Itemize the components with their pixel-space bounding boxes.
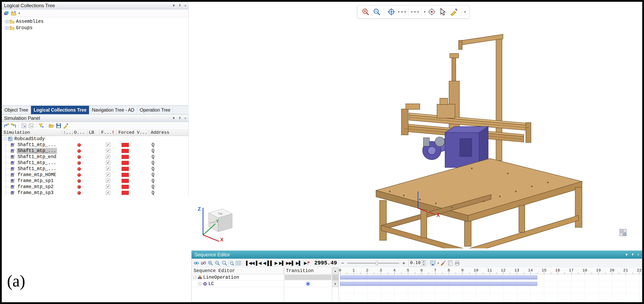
close-icon[interactable]: × (637, 253, 639, 257)
edit-signals-icon[interactable] (440, 260, 446, 266)
link-operations-icon[interactable] (194, 260, 199, 266)
forced-value-indicator[interactable] (122, 185, 129, 189)
study-name[interactable]: RobcadStudy (14, 136, 46, 142)
simulation-row[interactable]: Shaft1_mtp_...✓Q (2, 166, 188, 172)
transition-cell[interactable] (284, 274, 332, 281)
play-to-marker-button[interactable]: ▶ (303, 260, 311, 266)
print-icon[interactable] (454, 260, 460, 266)
expand-icon[interactable]: - (198, 282, 202, 285)
chevron-down-icon[interactable]: ▾ (438, 261, 439, 265)
force-checkbox[interactable]: ✓ (106, 167, 110, 171)
simulation-row[interactable]: frame_mtp_sp3✓Q (2, 190, 188, 196)
tree-node-box[interactable] (6, 20, 8, 23)
simulation-row[interactable]: Shaft1_mtp_end✓Q (2, 154, 188, 160)
sequence-name-column-header[interactable]: Sequence Editor (192, 268, 284, 274)
new-collection-icon[interactable] (4, 10, 9, 16)
forced-value-indicator[interactable] (122, 149, 129, 153)
spin-up-icon[interactable]: ▲ (422, 260, 426, 263)
expand-icon[interactable]: - (193, 276, 196, 279)
operation-name[interactable]: frame_mtp_HOME (17, 172, 57, 178)
force-checkbox[interactable]: ✓ (106, 155, 110, 159)
panel-menu-icon[interactable]: ▼ (625, 253, 628, 257)
view-cube-top-label[interactable]: Top (218, 212, 222, 215)
forced-value-indicator[interactable] (122, 143, 129, 147)
col-simulation[interactable]: Simulation (4, 130, 30, 136)
zoom-icon[interactable] (222, 260, 227, 266)
force-checkbox[interactable]: ✓ (106, 149, 110, 153)
fast-forward-button[interactable]: ▶▶▌ (286, 260, 295, 266)
zoom-in-icon[interactable] (208, 260, 213, 266)
force-checkbox[interactable]: ✓ (106, 191, 110, 195)
spin-down-icon[interactable]: ▼ (422, 263, 426, 266)
expand-icon[interactable]: - (4, 137, 6, 140)
tree-item-groups[interactable]: Groups (2, 25, 188, 31)
forced-value-indicator[interactable] (122, 167, 129, 171)
col-outputs[interactable]: O... (74, 130, 84, 136)
close-icon[interactable]: × (184, 3, 186, 8)
scroll-up-icon[interactable]: ▲ (332, 268, 338, 274)
view-cube[interactable]: Top Front Z Y X (196, 201, 236, 242)
operation-name[interactable]: Shaft1_mtp_... (17, 148, 57, 154)
detach-signal-icon[interactable] (11, 123, 16, 129)
play-backward-button[interactable]: ▌◀ (255, 260, 262, 266)
simulation-row[interactable]: Shaft1_mtp_...✓Q (2, 160, 188, 166)
panel-menu-icon[interactable]: ▼ (172, 116, 176, 120)
play-button[interactable]: ▶ (274, 260, 278, 266)
open-icon[interactable] (48, 123, 54, 129)
export-icon[interactable] (448, 260, 453, 266)
force-checkbox[interactable]: ✓ (106, 185, 110, 189)
tree-node-box[interactable] (6, 26, 8, 29)
slider-thumb[interactable] (376, 261, 378, 265)
interval-value[interactable]: 0.10 (409, 260, 422, 266)
timeline-ruler[interactable]: 012345678910111213141516171819202122 (338, 268, 642, 274)
viewport-settings-icon[interactable] (619, 229, 627, 237)
gantt-bar[interactable] (340, 276, 537, 280)
tab-object-tree[interactable]: Object Tree (2, 106, 31, 114)
sequence-row[interactable]: -LineOperation (192, 274, 338, 281)
zoom-decrease-button[interactable]: − (341, 261, 344, 266)
tab-navigation-tree-ad[interactable]: Navigation Tree - AD (89, 106, 137, 114)
operation-name[interactable]: Shaft1_mtp_... (17, 142, 57, 148)
operation-name[interactable]: Shaft1_mtp_... (17, 160, 57, 166)
col-lb[interactable]: LB (89, 130, 94, 136)
col-forced-value[interactable]: Forced V... (118, 130, 148, 136)
attach-signal-icon[interactable] (4, 123, 9, 129)
close-icon[interactable]: × (184, 116, 186, 120)
zoom-out-icon[interactable] (214, 260, 220, 266)
simulation-row[interactable]: frame_mtp_HOME✓Q (2, 172, 188, 178)
sequence-row-name-cell[interactable]: -LC (192, 281, 284, 287)
operation-name[interactable]: frame_mtp_sp1 (17, 178, 54, 184)
simulation-row[interactable]: frame_mtp_sp2✓Q (2, 184, 188, 190)
go-start-button[interactable]: ▌◀◀ (246, 260, 255, 266)
simulation-root-row[interactable]: -RobcadStudy (2, 136, 188, 142)
operation-name[interactable]: Shaft1_mtp_... (17, 166, 57, 172)
tab-logical-collections-tree[interactable]: Logical Collections Tree (31, 106, 90, 114)
force-checkbox[interactable]: ✓ (106, 179, 110, 183)
chevron-down-icon[interactable]: ▾ (18, 11, 20, 15)
operation-name[interactable]: frame_mtp_sp2 (17, 184, 54, 190)
sequence-row[interactable]: -LC (192, 281, 338, 287)
operation-name[interactable]: Shaft1_mtp_end (17, 154, 57, 160)
transition-cell[interactable] (284, 281, 332, 287)
edit-icon[interactable] (63, 123, 68, 129)
step-forward-button[interactable]: ▶▌ (278, 260, 285, 266)
sequence-row-label[interactable]: LC (208, 281, 214, 287)
expand-all-icon[interactable] (21, 123, 26, 129)
forced-value-indicator[interactable] (122, 179, 129, 183)
forced-value-indicator[interactable] (122, 155, 129, 159)
transition-asterisk-icon[interactable] (306, 282, 310, 286)
save-icon[interactable] (56, 123, 62, 129)
forced-value-indicator[interactable] (122, 191, 129, 195)
pin-icon[interactable] (178, 116, 182, 120)
zoom-window-icon[interactable] (228, 260, 234, 266)
zoom-increase-button[interactable]: + (402, 261, 405, 266)
go-end-button[interactable]: ▶▌ (295, 260, 302, 266)
force-checkbox[interactable]: ✓ (106, 173, 110, 177)
forced-value-indicator[interactable] (122, 161, 129, 165)
interval-spinner[interactable]: 0.10 ▲▼ (408, 260, 426, 266)
pin-icon[interactable] (178, 4, 182, 7)
grid-icon[interactable] (236, 260, 241, 266)
col-force[interactable]: F...! (101, 130, 114, 136)
new-folder-icon[interactable] (11, 10, 16, 16)
filter-icon[interactable] (38, 123, 44, 129)
